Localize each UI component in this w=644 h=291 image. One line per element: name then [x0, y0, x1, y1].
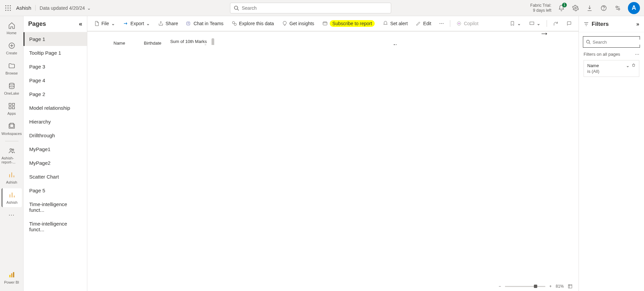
- trial-status[interactable]: Fabric Trial: 9 days left: [530, 3, 551, 13]
- view-menu[interactable]: ⌄: [526, 19, 544, 28]
- feedback-button[interactable]: [614, 4, 622, 12]
- page-item[interactable]: Hierarchy: [24, 115, 87, 129]
- rail-workspaces[interactable]: Workspaces: [2, 119, 22, 138]
- rail-onelake[interactable]: OneLake: [2, 79, 22, 98]
- search-icon: [234, 5, 239, 11]
- user-avatar[interactable]: A: [628, 2, 640, 14]
- comment-button[interactable]: [563, 19, 575, 28]
- zoom-slider[interactable]: [505, 286, 545, 287]
- subscribe-button[interactable]: Subscribe to report: [319, 18, 378, 29]
- more-icon: ⋯: [439, 21, 444, 26]
- rail-browse[interactable]: Browse: [2, 59, 22, 78]
- page-item[interactable]: Page 2: [24, 87, 87, 101]
- table-visual[interactable]: NameBirthdateSum of 10th Marks▼ Ashish32…: [111, 38, 209, 45]
- rail-report-1[interactable]: Ashish: [2, 168, 22, 187]
- workspaces-icon: [8, 122, 16, 130]
- toolbar-sep: [547, 20, 547, 27]
- toolbar-sep: [450, 20, 450, 27]
- toolbar-more[interactable]: ⋯: [436, 19, 447, 28]
- pages-title: Pages: [28, 20, 46, 28]
- svg-rect-26: [9, 275, 10, 277]
- page-item[interactable]: Drillthrough: [24, 129, 87, 142]
- notifications-button[interactable]: 1: [557, 4, 565, 12]
- svg-point-14: [616, 6, 617, 8]
- insights-button[interactable]: Get insights: [279, 19, 318, 28]
- table-header[interactable]: Birthdate: [139, 38, 164, 45]
- table-header[interactable]: Sum of 10th Marks▼: [164, 38, 209, 45]
- svg-line-10: [237, 9, 239, 10]
- rail-report-2[interactable]: Ashish: [2, 188, 22, 207]
- filter-card-name[interactable]: Name ⌄ is (All): [584, 60, 639, 77]
- canvas-viewport[interactable]: → NameBirthdateSum of 10th Marks▼ Ashish…: [91, 32, 579, 45]
- page-item[interactable]: Tooltip Page 1: [24, 46, 87, 60]
- nav-rail: Home Create Browse OneLake Apps Workspac…: [0, 16, 24, 291]
- page-item[interactable]: Page 4: [24, 74, 87, 87]
- page-item[interactable]: MyPage2: [24, 156, 87, 170]
- page-item[interactable]: Time-intelligence funct...: [24, 197, 87, 217]
- zoom-out[interactable]: −: [499, 284, 501, 289]
- data-updated-dropdown[interactable]: Data updated 4/20/24 ⌄: [40, 5, 91, 11]
- app-launcher-icon[interactable]: [4, 4, 12, 12]
- table-scrollbar[interactable]: [212, 38, 214, 45]
- explore-button[interactable]: Explore this data: [228, 19, 277, 28]
- global-search[interactable]: [230, 3, 391, 13]
- rail-create[interactable]: Create: [2, 39, 22, 58]
- search-input[interactable]: [242, 5, 387, 11]
- chat-teams-button[interactable]: Chat in Teams: [183, 19, 227, 28]
- page-item[interactable]: Page 3: [24, 60, 87, 74]
- alert-button[interactable]: Set alert: [379, 19, 411, 28]
- tb-label: Export: [131, 21, 144, 26]
- page-item[interactable]: MyPage1: [24, 142, 87, 156]
- export-menu[interactable]: Export⌄: [120, 19, 153, 28]
- filters-section-header[interactable]: Filters on all pages ⋯: [579, 52, 644, 57]
- svg-point-9: [234, 6, 238, 9]
- chevron-down-icon: ⌄: [146, 21, 150, 26]
- name-slicer[interactable]: Name AbhilashAbhishhekAkshayAliaAnjaliAs…: [394, 43, 447, 45]
- workspace-name[interactable]: Ashish: [12, 5, 36, 11]
- download-button[interactable]: [586, 4, 594, 12]
- pages-header: Pages «: [24, 16, 87, 32]
- svg-point-3: [5, 7, 6, 8]
- rail-report-workspace[interactable]: Ashish-report-...: [2, 144, 22, 167]
- rail-powerbi[interactable]: Power BI: [2, 268, 22, 287]
- rail-home[interactable]: Home: [2, 19, 22, 38]
- svg-point-6: [5, 10, 6, 11]
- collapse-filters-icon[interactable]: »: [636, 21, 639, 27]
- filter-search-input[interactable]: [593, 40, 644, 45]
- page-item[interactable]: Scatter Chart: [24, 170, 87, 184]
- svg-point-24: [10, 149, 12, 151]
- table-header[interactable]: Name: [111, 38, 139, 45]
- clear-filter-icon[interactable]: [632, 63, 636, 68]
- help-button[interactable]: [600, 4, 608, 12]
- settings-button[interactable]: [571, 4, 580, 12]
- page-item[interactable]: Model relationship: [24, 101, 87, 115]
- rail-more[interactable]: ⋯: [2, 208, 22, 221]
- filter-search[interactable]: [583, 36, 640, 48]
- page-item[interactable]: Time-intelligence funct...: [24, 217, 87, 236]
- next-page-arrow[interactable]: →: [540, 32, 549, 39]
- zoom-in[interactable]: +: [549, 284, 552, 289]
- more-icon[interactable]: ⋯: [635, 52, 639, 57]
- page-item[interactable]: Page 1: [24, 32, 87, 46]
- share-button[interactable]: Share: [155, 19, 181, 28]
- svg-rect-28: [13, 272, 14, 278]
- app-header: Ashish Data updated 4/20/24 ⌄ Fabric Tri…: [0, 0, 644, 16]
- tb-label: Subscribe to report: [330, 20, 375, 27]
- notif-badge: 1: [562, 3, 567, 7]
- edit-button[interactable]: Edit: [412, 19, 434, 28]
- rail-apps[interactable]: Apps: [2, 99, 22, 118]
- svg-rect-19: [12, 103, 14, 105]
- chevron-down-icon[interactable]: ⌄: [626, 63, 630, 68]
- onelake-icon: [8, 82, 16, 90]
- svg-rect-23: [10, 123, 13, 128]
- svg-point-34: [458, 23, 460, 24]
- copilot-button[interactable]: Copilot: [453, 19, 482, 28]
- tb-label: Get insights: [289, 21, 314, 26]
- bookmark-menu[interactable]: ⌄: [506, 19, 524, 28]
- file-menu[interactable]: File⌄: [91, 19, 119, 28]
- collapse-pages-icon[interactable]: «: [79, 20, 82, 28]
- page-item[interactable]: Page 5: [24, 184, 87, 197]
- refresh-button[interactable]: [550, 19, 562, 28]
- svg-line-38: [589, 43, 591, 44]
- fit-page-icon[interactable]: [568, 284, 572, 289]
